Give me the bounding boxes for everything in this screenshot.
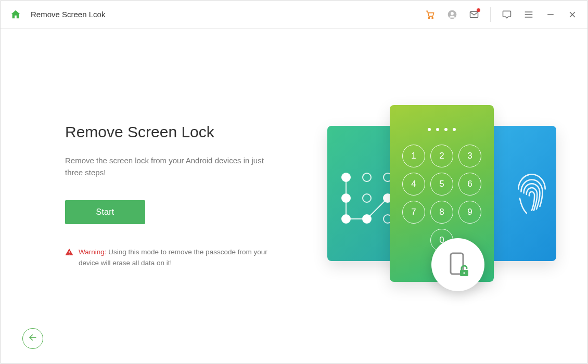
pattern-lock-icon [340,172,392,224]
left-panel: Remove Screen Lock Remove the screen loc… [65,123,294,269]
page-description: Remove the screen lock from your Android… [65,154,273,179]
warning-icon [65,248,73,269]
key-7: 7 [402,201,425,224]
svg-point-1 [432,17,433,18]
svg-rect-12 [69,254,69,254]
warning-text-wrap: Warning: Using this mode to remove the p… [79,247,289,269]
app-window: Remove Screen Lcok [0,0,588,364]
titlebar: Remove Screen Lcok [1,1,587,29]
illustration: 1 2 3 4 5 6 7 8 9 0 [327,105,556,287]
phone-unlock-icon [443,249,472,280]
key-3: 3 [458,145,481,167]
key-4: 4 [402,173,425,196]
home-icon[interactable] [10,9,21,20]
window-title: Remove Screen Lcok [31,10,105,19]
start-button[interactable]: Start [65,200,145,224]
keypad-icon: 1 2 3 4 5 6 7 8 9 0 [402,145,481,252]
svg-point-3 [451,12,454,15]
key-2: 2 [430,145,453,167]
warning-notice: Warning: Using this mode to remove the p… [65,247,289,269]
minimize-icon[interactable] [545,9,556,20]
warning-text: Using this mode to remove the passcode f… [79,248,267,267]
cart-icon[interactable] [425,9,436,20]
unlock-badge [431,238,484,291]
key-1: 1 [402,145,425,167]
feedback-icon[interactable] [501,9,513,20]
svg-point-0 [428,17,429,18]
key-9: 9 [458,201,481,224]
pin-card: 1 2 3 4 5 6 7 8 9 0 [390,105,494,282]
pin-dots-icon [428,128,456,131]
svg-rect-11 [69,251,69,253]
titlebar-divider [490,7,491,22]
svg-point-15 [463,272,465,274]
warning-label: Warning: [79,248,107,256]
key-8: 8 [430,201,453,224]
close-icon[interactable] [567,9,578,20]
menu-icon[interactable] [523,9,534,20]
key-5: 5 [430,173,453,196]
page-heading: Remove Screen Lock [65,123,294,141]
titlebar-left: Remove Screen Lcok [10,9,105,20]
back-button[interactable] [22,328,43,349]
key-6: 6 [458,173,481,196]
fingerprint-icon [512,169,552,218]
titlebar-right [425,7,578,22]
user-icon[interactable] [446,9,458,20]
notification-dot-icon [477,8,480,12]
main-content: Remove Screen Lock Remove the screen loc… [1,29,587,363]
arrow-left-icon [28,332,38,345]
mail-icon[interactable] [468,9,480,20]
